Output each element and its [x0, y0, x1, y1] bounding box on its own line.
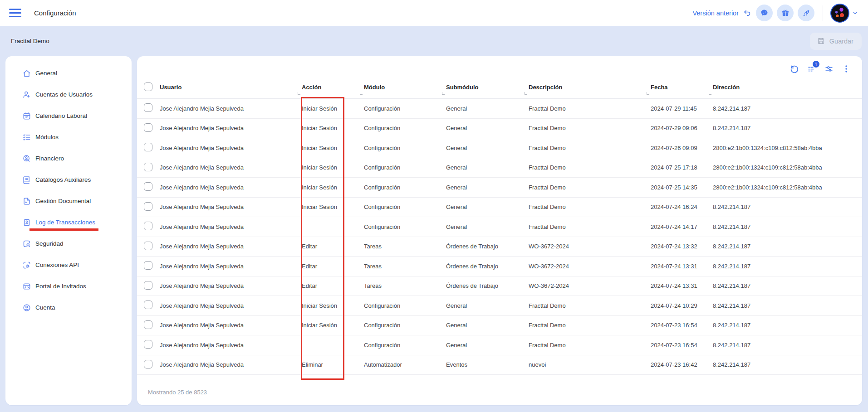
kebab-menu-icon[interactable]: [841, 64, 851, 74]
table-row[interactable]: Jose Alejandro Mejia Sepulveda Iniciar S…: [137, 198, 862, 218]
undo-icon: [743, 9, 752, 18]
cell-modulo: Tareas: [364, 243, 446, 250]
sidebar-item-label: Seguridad: [35, 240, 64, 247]
sidebar-item-label: Módulos: [35, 134, 59, 141]
sidebar-item-label: Calendario Laboral: [35, 112, 87, 119]
row-checkbox[interactable]: [144, 202, 152, 211]
sidebar-item-seguridad[interactable]: Seguridad: [5, 233, 132, 254]
filter-badge: 1: [812, 60, 820, 68]
sidebar-item-conexiones-api[interactable]: Conexiones API: [5, 254, 132, 276]
cell-descripcion: Fracttal Demo: [529, 145, 651, 151]
sidebar-item-gestion-documental[interactable]: Gestión Documental: [5, 190, 132, 212]
save-button[interactable]: Guardar: [810, 33, 862, 50]
cell-direccion: 8.242.214.187: [713, 125, 857, 131]
sidebar-item-portal-de-invitados[interactable]: Portal de Invitados: [5, 276, 132, 297]
sidebar-item-financiero[interactable]: Financiero: [5, 148, 132, 169]
sidebar-item-general[interactable]: General: [5, 63, 132, 84]
row-checkbox-cell: [144, 123, 160, 133]
sidebar-item-label: Log de Transacciones: [35, 219, 95, 226]
cell-descripcion: nuevoi: [529, 361, 651, 368]
row-checkbox[interactable]: [144, 103, 152, 112]
table-row[interactable]: Jose Alejandro Mejia Sepulveda Iniciar S…: [137, 296, 862, 316]
cell-fecha: 2024-07-25 17:18: [651, 164, 713, 171]
fracttal-configuration-page: Configuración Versión anterior: [0, 0, 868, 412]
row-checkbox-cell: [144, 182, 160, 192]
cell-direccion: 8.242.214.187: [713, 361, 857, 368]
cell-submodulo: Eventos: [446, 361, 529, 368]
row-checkbox[interactable]: [144, 301, 152, 309]
rocket-icon: [802, 9, 811, 18]
row-checkbox[interactable]: [144, 242, 152, 250]
cell-fecha: 2024-07-24 16:24: [651, 204, 713, 210]
account-avatar-menu[interactable]: [830, 4, 858, 23]
cell-fecha: 2024-07-24 13:32: [651, 243, 713, 250]
catalog-book-icon: [22, 175, 31, 184]
sidebar-item-cuenta[interactable]: Cuenta: [5, 297, 132, 318]
cell-accion: Iniciar Sesión: [302, 105, 364, 112]
row-checkbox[interactable]: [144, 320, 152, 329]
column-header-modulo: Módulo: [364, 84, 446, 91]
cell-usuario: Jose Alejandro Mejia Sepulveda: [160, 184, 302, 191]
column-header-submodulo: Submódulo: [446, 84, 529, 91]
cell-descripcion: Fracttal Demo: [529, 302, 651, 309]
table-row[interactable]: Jose Alejandro Mejia Sepulveda Iniciar S…: [137, 138, 862, 158]
table-row[interactable]: Jose Alejandro Mejia Sepulveda Eliminar …: [137, 355, 862, 375]
row-checkbox[interactable]: [144, 261, 152, 270]
table-row[interactable]: Jose Alejandro Mejia Sepulveda Iniciar S…: [137, 99, 862, 119]
cell-usuario: Jose Alejandro Mejia Sepulveda: [160, 342, 302, 349]
column-header-usuario: Usuario: [160, 84, 302, 91]
table-row[interactable]: Jose Alejandro Mejia Sepulveda Iniciar S…: [137, 119, 862, 139]
table-row[interactable]: Jose Alejandro Mejia Sepulveda Editar Ta…: [137, 257, 862, 276]
account-circle-icon: [22, 303, 31, 312]
table-body: Jose Alejandro Mejia Sepulveda Iniciar S…: [137, 99, 862, 375]
row-checkbox[interactable]: [144, 340, 152, 349]
cell-direccion: 8.242.214.187: [713, 223, 857, 230]
cell-fecha: 2024-07-24 10:29: [651, 302, 713, 309]
hamburger-menu-icon[interactable]: [9, 9, 21, 18]
cell-modulo: Configuración: [364, 105, 446, 112]
cell-usuario: Jose Alejandro Mejia Sepulveda: [160, 263, 302, 270]
cell-direccion: 8.242.214.187: [713, 243, 857, 250]
table-row[interactable]: Jose Alejandro Mejia Sepulveda Editar Ta…: [137, 237, 862, 257]
cell-accion: Iniciar Sesión: [302, 125, 364, 131]
cell-usuario: Jose Alejandro Mejia Sepulveda: [160, 282, 302, 289]
table-row[interactable]: Jose Alejandro Mejia Sepulveda Iniciar S…: [137, 158, 862, 178]
table-row[interactable]: Jose Alejandro Mejia Sepulveda Iniciar S…: [137, 316, 862, 336]
sidebar-item-log-de-transacciones[interactable]: Log de Transacciones: [5, 212, 132, 233]
rocket-button[interactable]: [798, 5, 814, 21]
table-row[interactable]: Jose Alejandro Mejia Sepulveda Configura…: [137, 335, 862, 355]
row-checkbox-cell: [144, 320, 160, 330]
row-checkbox[interactable]: [144, 123, 152, 132]
table-row[interactable]: Jose Alejandro Mejia Sepulveda Editar Ta…: [137, 276, 862, 296]
row-checkbox[interactable]: [144, 182, 152, 191]
cell-submodulo: General: [446, 125, 529, 131]
cell-descripcion: Fracttal Demo: [529, 204, 651, 210]
select-all-checkbox[interactable]: [144, 82, 152, 91]
table-header-row: Usuario Acción Módulo Submódulo Descripc…: [137, 76, 862, 99]
cell-usuario: Jose Alejandro Mejia Sepulveda: [160, 204, 302, 210]
cell-direccion: 8.242.214.187: [713, 282, 857, 289]
row-checkbox[interactable]: [144, 163, 152, 171]
sidebar-item-calendario-laboral[interactable]: Calendario Laboral: [5, 105, 132, 126]
cell-fecha: 2024-07-29 09:06: [651, 125, 713, 131]
cell-descripcion: Fracttal Demo: [529, 105, 651, 112]
table-row[interactable]: Jose Alejandro Mejia Sepulveda Iniciar S…: [137, 178, 862, 198]
table-row[interactable]: Jose Alejandro Mejia Sepulveda Configura…: [137, 217, 862, 237]
cell-modulo: Configuración: [364, 322, 446, 329]
sidebar-item-modulos[interactable]: Módulos: [5, 126, 132, 148]
previous-version-link[interactable]: Versión anterior: [692, 9, 752, 18]
cell-usuario: Jose Alejandro Mejia Sepulveda: [160, 322, 302, 329]
row-checkbox[interactable]: [144, 143, 152, 151]
row-checkbox[interactable]: [144, 360, 152, 368]
sidebar-item-cuentas-de-usuarios[interactable]: Cuentas de Usuarios: [5, 84, 132, 105]
filter-icon[interactable]: 1: [807, 64, 817, 74]
row-checkbox[interactable]: [144, 281, 152, 290]
cell-descripcion: Fracttal Demo: [529, 223, 651, 230]
refresh-icon[interactable]: [790, 64, 799, 74]
sidebar-item-catalogos-auxiliares[interactable]: Catálogos Auxiliares: [5, 169, 132, 190]
cell-usuario: Jose Alejandro Mejia Sepulveda: [160, 361, 302, 368]
sliders-icon[interactable]: [824, 64, 834, 74]
gift-button[interactable]: [777, 5, 794, 21]
chat-assistant-button[interactable]: [756, 5, 773, 21]
row-checkbox[interactable]: [144, 222, 152, 230]
